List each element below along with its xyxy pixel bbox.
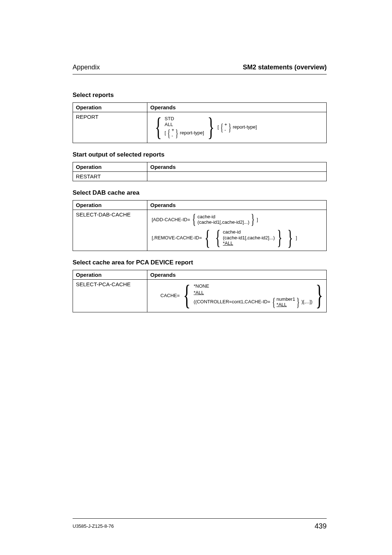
section-title-dab: Select DAB cache area [73, 189, 327, 197]
col-operands: Operands [147, 103, 327, 112]
pca-all: *ALL [194, 290, 313, 296]
dab-add-kw: [ADD-CACHE-ID= [152, 217, 190, 223]
col-operation-4: Operation [73, 270, 147, 280]
dab-cacheid-1: cache-id [197, 214, 249, 220]
minus: - [172, 133, 175, 139]
report-table: Operation Operands REPORT { STD ALL [73, 102, 327, 143]
dab-operation: SELECT-DAB-CACHE [73, 210, 147, 251]
pca-operands: CACHE= { *NONE *ALL ((CONTROLLER=cont1,C… [147, 280, 327, 312]
report-operation: REPORT [73, 112, 147, 143]
dab-table: Operation Operands SELECT-DAB-CACHE [ADD… [73, 200, 327, 251]
restart-operation: RESTART [73, 172, 147, 181]
section-title-report: Select reports [73, 92, 327, 99]
pca-inner-post: )[,...]) [301, 299, 312, 305]
pca-operation: SELECT-PCA-CACHE [73, 280, 147, 312]
pca-none: *NONE [194, 283, 313, 289]
section-title-pca: Select cache area for PCA DEVICE report [73, 259, 327, 266]
pca-all-inner: *ALL [277, 302, 295, 308]
dab-cachelist-1: (cache-id1[,cache-id2]...) [197, 219, 249, 225]
lbracket: [ [165, 130, 166, 136]
lbracket-2: [ [217, 124, 219, 130]
report-operands: { STD ALL [ { + [147, 112, 327, 143]
pca-inner-pre: ((CONTROLLER=cont1,CACHE-ID= [194, 299, 270, 305]
report-type-1: report-type [180, 130, 203, 136]
restart-table: Operation Operands RESTART [73, 162, 327, 181]
running-head-right: SM2 statements (overview) [243, 64, 327, 71]
pca-number1: number1 [277, 296, 295, 302]
pca-cache-kw: CACHE= [160, 293, 180, 299]
plus: + [172, 127, 175, 133]
rbracket-2: ] [256, 124, 257, 130]
section-title-restart: Start output of selected reports [73, 151, 327, 158]
col-operands-2: Operands [147, 162, 327, 172]
dab-close-2: ] [296, 235, 297, 241]
minus-2: - [224, 127, 227, 133]
report-std: STD [165, 116, 205, 122]
col-operation-3: Operation [73, 200, 147, 210]
dab-all: *ALL [223, 240, 275, 246]
dab-cachelist-2: (cache-id1[,cache-id2]...) [223, 235, 275, 241]
dab-cacheid-2: cache-id [223, 229, 275, 235]
col-operands-4: Operands [147, 270, 327, 280]
footer-doc-id: U3585-J-Z125-8-76 [73, 523, 114, 529]
report-type-2: report-type [233, 124, 256, 130]
col-operation: Operation [73, 103, 147, 112]
rbracket: ] [203, 130, 204, 136]
running-head-left: Appendix [73, 64, 100, 71]
plus-2: + [224, 122, 227, 127]
dab-close-1: ] [257, 217, 258, 223]
dab-operands: [ADD-CACHE-ID= { cache-id (cache-id1[,ca… [147, 210, 327, 251]
col-operation-2: Operation [73, 162, 147, 172]
footer-rule [73, 518, 327, 519]
report-all: ALL [165, 122, 205, 127]
dab-remove-kw: [,REMOVE-CACHE-ID= [152, 235, 202, 241]
col-operands-3: Operands [147, 200, 327, 210]
restart-operands [147, 172, 327, 181]
footer-page: 439 [315, 522, 327, 530]
pca-table: Operation Operands SELECT-PCA-CACHE CACH… [73, 270, 327, 312]
